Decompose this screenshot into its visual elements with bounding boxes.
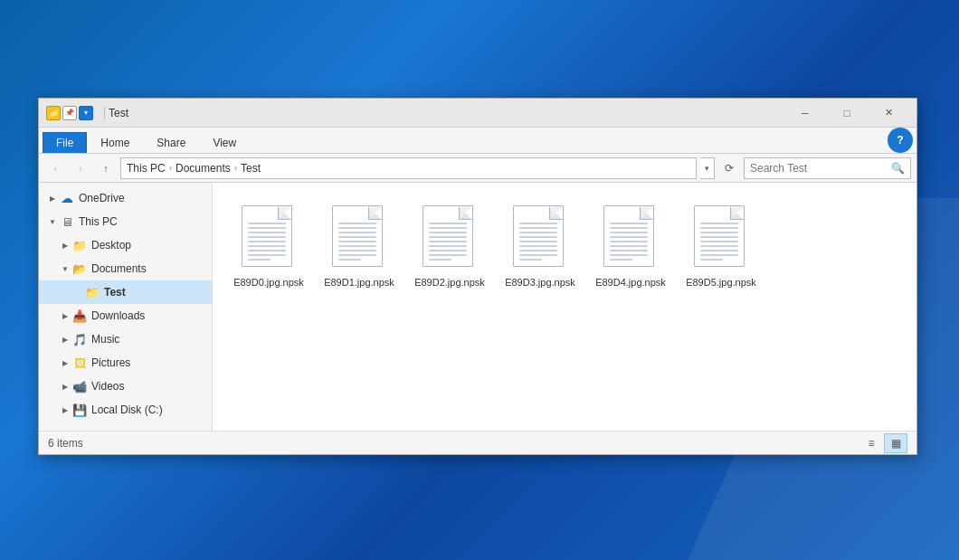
localdisk-icon: 💾 — [71, 403, 88, 417]
search-input[interactable] — [750, 162, 891, 175]
doc-icon — [242, 205, 292, 267]
doc-line — [338, 223, 376, 224]
path-thispc[interactable]: This PC — [127, 162, 166, 175]
doc-line — [610, 250, 648, 252]
tab-file[interactable]: File — [43, 132, 87, 153]
file-item[interactable]: E89D1.jpg.npsk — [318, 197, 401, 295]
doc-line — [519, 245, 557, 247]
refresh-button[interactable]: ⟳ — [718, 157, 740, 179]
sidebar-item-test[interactable]: 📁 Test — [39, 280, 212, 304]
doc-lines — [338, 223, 376, 261]
sidebar-item-music[interactable]: ▶ 🎵 Music — [39, 327, 212, 351]
details-view-button[interactable]: ≡ — [859, 433, 883, 453]
sidebar-item-pictures[interactable]: ▶ 🖼 Pictures — [39, 351, 212, 375]
doc-line — [519, 254, 557, 256]
sidebar-label-videos: Videos — [91, 380, 124, 393]
chevron-downloads: ▶ — [59, 309, 71, 322]
close-button[interactable]: ✕ — [868, 99, 909, 128]
desktop-folder-icon: 📁 — [71, 238, 88, 252]
downloads-folder-icon: 📥 — [71, 308, 88, 323]
doc-line — [248, 245, 286, 247]
chevron-documents: ▼ — [59, 262, 71, 275]
sidebar-label-pictures: Pictures — [91, 356, 130, 369]
pin-icon: 📌 — [62, 106, 77, 120]
file-item[interactable]: E89D4.jpg.npsk — [589, 197, 672, 295]
title-icons: 📁 📌 ▾ — [46, 106, 93, 120]
title-separator — [104, 107, 105, 119]
onedrive-icon: ☁ — [59, 191, 75, 205]
doc-icon — [332, 205, 383, 267]
doc-line — [429, 250, 467, 252]
files-grid: E89D0.jpg.npskE89D1.jpg.npskE89D2.jpg.np… — [227, 197, 902, 295]
doc-line — [429, 223, 467, 224]
file-label: E89D0.jpg.npsk — [233, 276, 304, 289]
doc-line — [338, 232, 376, 233]
address-dropdown[interactable]: ▾ — [700, 157, 715, 179]
chevron-test — [71, 286, 84, 299]
chevron-onedrive: ▶ — [46, 192, 59, 204]
address-bar: ‹ › ↑ This PC › Documents › Test ▾ ⟳ 🔍 — [39, 154, 916, 183]
file-label: E89D2.jpg.npsk — [414, 276, 485, 289]
tab-share[interactable]: Share — [143, 132, 199, 153]
documents-folder-icon: 📂 — [71, 261, 88, 276]
doc-line — [610, 232, 648, 233]
sidebar-item-localdisk[interactable]: ▶ 💾 Local Disk (C:) — [39, 398, 212, 422]
forward-button[interactable]: › — [70, 157, 91, 179]
sidebar-label-onedrive: OneDrive — [79, 192, 125, 204]
sidebar-item-videos[interactable]: ▶ 📹 Videos — [39, 375, 212, 398]
tiles-view-button[interactable]: ▦ — [884, 433, 907, 453]
search-icon[interactable]: 🔍 — [891, 162, 905, 175]
file-icon — [240, 204, 298, 272]
doc-line — [610, 223, 648, 224]
doc-line — [338, 259, 361, 261]
doc-lines — [248, 223, 286, 261]
help-button[interactable]: ? — [888, 128, 913, 153]
doc-line — [338, 254, 376, 256]
doc-line — [700, 245, 738, 247]
sidebar-item-downloads[interactable]: ▶ 📥 Downloads — [39, 304, 212, 327]
doc-line — [429, 259, 451, 261]
path-documents[interactable]: Documents — [176, 162, 231, 175]
status-bar: 6 items ≡ ▦ — [39, 431, 916, 454]
doc-line — [338, 245, 376, 247]
doc-line — [519, 259, 542, 261]
sidebar-item-onedrive[interactable]: ▶ ☁ OneDrive — [39, 186, 212, 210]
tab-view[interactable]: View — [199, 132, 250, 153]
path-test[interactable]: Test — [241, 162, 261, 175]
window-controls: ─ □ ✕ — [784, 99, 909, 128]
sidebar-label-desktop: Desktop — [91, 239, 131, 252]
chevron-desktop: ▶ — [59, 239, 71, 252]
doc-line — [248, 254, 286, 256]
doc-line — [700, 241, 738, 242]
doc-line — [429, 232, 467, 233]
chevron-pictures: ▶ — [59, 356, 71, 369]
sidebar-item-desktop[interactable]: ▶ 📁 Desktop — [39, 233, 212, 257]
search-box[interactable]: 🔍 — [744, 157, 911, 179]
file-item[interactable]: E89D3.jpg.npsk — [498, 197, 582, 295]
back-button[interactable]: ‹ — [44, 157, 66, 179]
file-icon — [330, 204, 388, 272]
file-item[interactable]: E89D2.jpg.npsk — [408, 197, 491, 295]
chevron-icon-2: › — [234, 163, 237, 173]
doc-line — [338, 241, 376, 242]
window-title: Test — [109, 107, 784, 119]
sidebar-item-documents[interactable]: ▼ 📂 Documents — [39, 257, 212, 280]
tab-home[interactable]: Home — [87, 132, 143, 153]
doc-line — [610, 254, 648, 256]
address-path[interactable]: This PC › Documents › Test — [120, 157, 697, 179]
file-label: E89D4.jpg.npsk — [595, 276, 666, 289]
doc-line — [338, 250, 376, 252]
sidebar-item-thispc[interactable]: ▼ 🖥 This PC — [39, 210, 212, 233]
doc-line — [610, 241, 648, 242]
minimize-button[interactable]: ─ — [784, 99, 826, 128]
file-item[interactable]: E89D0.jpg.npsk — [227, 197, 310, 295]
file-item[interactable]: E89D5.jpg.npsk — [679, 197, 763, 295]
doc-lines — [610, 223, 648, 261]
doc-line — [519, 250, 557, 252]
doc-line — [248, 232, 286, 233]
up-button[interactable]: ↑ — [95, 157, 117, 179]
chevron-music: ▶ — [59, 333, 71, 346]
maximize-button[interactable]: □ — [826, 99, 868, 128]
doc-line — [429, 245, 467, 247]
main-content: ▶ ☁ OneDrive ▼ 🖥 This PC ▶ 📁 Desktop ▼ 📂… — [39, 183, 916, 431]
